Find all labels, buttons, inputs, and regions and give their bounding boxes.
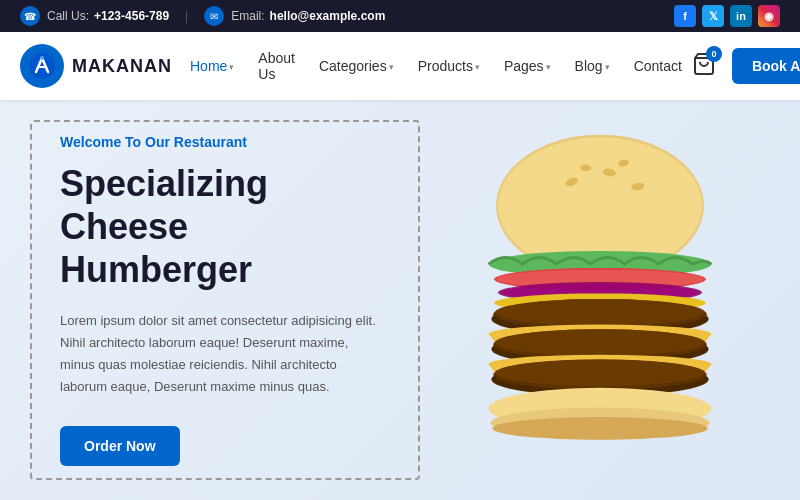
divider: | bbox=[185, 9, 188, 23]
header-right: 0 Book A Table bbox=[692, 48, 800, 84]
phone-item: ☎ Call Us: +123-456-789 bbox=[20, 6, 169, 26]
nav-pages[interactable]: Pages ▾ bbox=[494, 52, 561, 80]
email-icon: ✉ bbox=[204, 6, 224, 26]
nav-about[interactable]: About Us bbox=[248, 44, 305, 88]
facebook-icon[interactable]: f bbox=[674, 5, 696, 27]
logo-text: MAKANAN bbox=[72, 56, 172, 77]
phone-icon: ☎ bbox=[20, 6, 40, 26]
nav-blog[interactable]: Blog ▾ bbox=[565, 52, 620, 80]
svg-point-22 bbox=[495, 329, 705, 355]
hero-welcome-text: Welcome To Our Restaurant bbox=[60, 134, 380, 150]
nav-contact[interactable]: Contact bbox=[624, 52, 692, 80]
twitter-icon[interactable]: 𝕏 bbox=[702, 5, 724, 27]
chevron-down-icon: ▾ bbox=[229, 62, 234, 72]
chevron-down-icon: ▾ bbox=[605, 62, 610, 72]
logo-svg bbox=[28, 52, 56, 80]
logo-icon bbox=[20, 44, 64, 88]
hero-burger-image bbox=[430, 120, 770, 480]
svg-point-1 bbox=[40, 56, 44, 60]
burger-illustration bbox=[440, 130, 760, 470]
nav-categories[interactable]: Categories ▾ bbox=[309, 52, 404, 80]
hero-content: Welcome To Our Restaurant Specializing C… bbox=[0, 100, 440, 500]
hero-section: Welcome To Our Restaurant Specializing C… bbox=[0, 100, 800, 500]
svg-point-29 bbox=[492, 417, 707, 440]
social-links: f 𝕏 in ◉ bbox=[674, 5, 780, 27]
instagram-icon[interactable]: ◉ bbox=[758, 5, 780, 27]
linkedin-icon[interactable]: in bbox=[730, 5, 752, 27]
top-bar-contact: ☎ Call Us: +123-456-789 | ✉ Email: hello… bbox=[20, 6, 385, 26]
nav-products[interactable]: Products ▾ bbox=[408, 52, 490, 80]
cart-count: 0 bbox=[706, 46, 722, 62]
chevron-down-icon: ▾ bbox=[475, 62, 480, 72]
email-label: Email: bbox=[231, 9, 264, 23]
chevron-down-icon: ▾ bbox=[389, 62, 394, 72]
header: MAKANAN Home ▾ About Us Categories ▾ Pro… bbox=[0, 32, 800, 100]
svg-point-26 bbox=[495, 360, 705, 386]
logo-area[interactable]: MAKANAN bbox=[20, 44, 180, 88]
hero-description: Lorem ipsum dolor sit amet consectetur a… bbox=[60, 310, 380, 398]
email-address[interactable]: hello@example.com bbox=[270, 9, 386, 23]
phone-number[interactable]: +123-456-789 bbox=[94, 9, 169, 23]
top-bar: ☎ Call Us: +123-456-789 | ✉ Email: hello… bbox=[0, 0, 800, 32]
order-now-button[interactable]: Order Now bbox=[60, 426, 180, 466]
email-item: ✉ Email: hello@example.com bbox=[204, 6, 385, 26]
hero-title: Specializing Cheese Humberger bbox=[60, 162, 380, 292]
phone-label: Call Us: bbox=[47, 9, 89, 23]
svg-point-18 bbox=[495, 299, 705, 325]
nav-home[interactable]: Home ▾ bbox=[180, 52, 244, 80]
cart-button[interactable]: 0 bbox=[692, 52, 716, 80]
main-nav: Home ▾ About Us Categories ▾ Products ▾ … bbox=[180, 44, 692, 88]
chevron-down-icon: ▾ bbox=[546, 62, 551, 72]
book-table-button[interactable]: Book A Table bbox=[732, 48, 800, 84]
